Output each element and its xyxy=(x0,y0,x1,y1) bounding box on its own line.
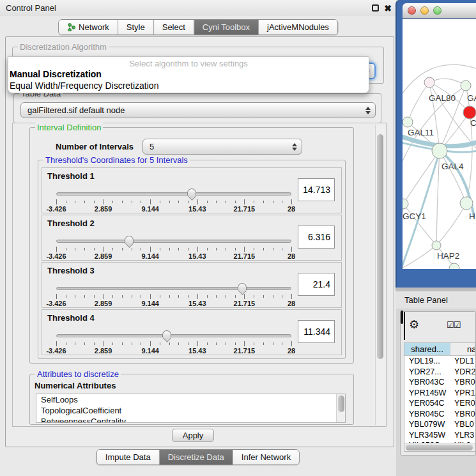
threshold-value-field[interactable]: 6.316 xyxy=(298,226,335,249)
network-edge[interactable] xyxy=(403,151,440,204)
settings-scrollbar[interactable] xyxy=(375,125,385,425)
table-data-combobox[interactable]: galFiltered.sif default node xyxy=(20,102,376,118)
checkboxes-icon[interactable]: ☑☑ xyxy=(447,320,460,330)
apply-button[interactable]: Apply xyxy=(172,429,214,442)
tick-mark xyxy=(207,342,208,345)
list-item[interactable]: BetweennessCentrality xyxy=(36,416,345,423)
node-table[interactable]: shared...na YDL19...YDL1YDR27...YDR2YBR0… xyxy=(404,342,475,452)
close-traffic-light-icon[interactable] xyxy=(408,6,416,15)
network-edge[interactable] xyxy=(403,204,436,245)
popup-item-manual-discretization[interactable]: Manual Discretization xyxy=(8,68,369,80)
table-row[interactable]: YBL079WYBL0 xyxy=(404,419,475,430)
slider-track[interactable] xyxy=(56,287,291,290)
network-node[interactable] xyxy=(403,117,413,127)
slider-handle[interactable] xyxy=(162,330,171,338)
tick-mark xyxy=(235,295,236,298)
slider-track[interactable] xyxy=(56,240,291,243)
tick-mark xyxy=(244,247,245,252)
network-node[interactable] xyxy=(424,77,434,88)
network-node[interactable] xyxy=(432,143,447,158)
scrollbar-thumb[interactable] xyxy=(377,134,383,359)
float-window-icon[interactable] xyxy=(372,4,379,12)
close-icon[interactable]: ✖ xyxy=(384,2,392,15)
tab-cyni-toolbox[interactable]: Cyni Toolbox xyxy=(194,20,258,35)
tick-mark xyxy=(178,295,179,298)
slider-scale: -3.4262.8599.14415.4321.71528 xyxy=(56,205,291,213)
tick-mark xyxy=(122,248,123,250)
number-of-intervals-label: Number of Intervals xyxy=(56,142,134,151)
tick-mark xyxy=(169,295,170,298)
minimize-traffic-light-icon[interactable] xyxy=(420,6,429,15)
scale-label: 21.715 xyxy=(234,300,256,307)
network-edge[interactable] xyxy=(408,82,429,122)
network-node[interactable] xyxy=(449,263,459,269)
network-node[interactable] xyxy=(403,199,408,209)
threshold-slider[interactable]: -3.4262.8599.14415.4321.71528 xyxy=(56,188,291,213)
thresholds-stack: Threshold 1-3.4262.8599.14415.4321.71528… xyxy=(42,167,342,357)
network-edge[interactable] xyxy=(436,151,440,245)
network-canvas[interactable]: GAL80GACGAL11GAL4GCY1HHAP2 xyxy=(403,19,476,269)
control-panel-window: Control Panel ✖ NetworkStyleSelectCyni T… xyxy=(0,0,396,476)
table-row[interactable]: YBR045CYBR0 xyxy=(404,409,475,420)
tick-mark xyxy=(282,295,282,298)
table-cell: YPR1 xyxy=(450,388,475,399)
threshold-value-field[interactable]: 14.713 xyxy=(298,178,335,201)
network-window-titlebar xyxy=(403,3,476,19)
network-node[interactable] xyxy=(461,81,471,91)
slider-handle[interactable] xyxy=(238,283,247,291)
threshold-slider[interactable]: -3.4262.8599.14415.4321.71528 xyxy=(56,283,291,307)
threshold-slider[interactable]: -3.4262.8599.14415.4321.71528 xyxy=(56,236,291,260)
node-label: H xyxy=(469,211,475,221)
tab-discretize-data[interactable]: Discretize Data xyxy=(159,450,233,464)
table-row[interactable]: YDR27...YDR2 xyxy=(404,367,475,378)
network-edge[interactable] xyxy=(436,203,466,245)
zoom-traffic-light-icon[interactable] xyxy=(433,6,441,15)
table-row[interactable]: YDL19...YDL1 xyxy=(404,356,475,367)
tick-mark xyxy=(291,199,292,204)
network-node[interactable] xyxy=(432,241,441,250)
tab-jactivemnodules[interactable]: jActiveMNodules xyxy=(258,20,337,35)
group-title: Discretization Algorithm xyxy=(18,42,109,52)
slider-handle[interactable] xyxy=(187,188,196,196)
table-row[interactable]: YER054CYER0 xyxy=(404,398,475,409)
threshold-slider[interactable]: -3.4262.8599.14415.4321.71528 xyxy=(56,330,291,355)
scale-label: 21.715 xyxy=(234,205,256,213)
list-item[interactable]: SelfLoops xyxy=(36,394,345,405)
threshold-value-field[interactable]: 11.344 xyxy=(298,320,335,343)
table-cell: YDR27... xyxy=(404,367,450,378)
tick-mark xyxy=(104,199,104,204)
tick-mark xyxy=(56,199,57,204)
tab-impute-data[interactable]: Impute Data xyxy=(97,450,159,464)
tick-mark xyxy=(244,341,245,346)
slider-handle[interactable] xyxy=(125,236,134,243)
gear-icon[interactable]: ⚙ xyxy=(409,318,419,331)
numerical-attributes-list[interactable]: SelfLoopsTopologicalCoefficientBetweenne… xyxy=(36,394,346,423)
table-row[interactable]: YBR043CYBR0 xyxy=(404,377,475,388)
list-scrollbar[interactable] xyxy=(336,394,345,422)
network-node[interactable] xyxy=(463,106,476,119)
scrollbar-thumb[interactable] xyxy=(338,395,344,412)
popup-item-equal-width-frequency-discretization[interactable]: Equal Width/Frequency Discretization xyxy=(8,80,369,91)
network-edge[interactable] xyxy=(429,79,466,86)
slider-track[interactable] xyxy=(56,192,291,196)
tab-style[interactable]: Style xyxy=(118,20,153,35)
column-header-shared-[interactable]: shared... xyxy=(404,343,450,356)
tab-select[interactable]: Select xyxy=(153,20,194,35)
scale-label: 21.715 xyxy=(234,252,256,260)
slider-track[interactable] xyxy=(56,334,291,337)
table-row[interactable]: YLR345WYLR3 xyxy=(404,430,475,441)
list-item[interactable]: TopologicalCoefficient xyxy=(36,405,345,416)
scale-label: 15.43 xyxy=(188,252,206,260)
network-node[interactable] xyxy=(460,197,473,210)
column-header-na[interactable]: na xyxy=(450,343,475,356)
control-panel-titlebar: Control Panel ✖ xyxy=(0,0,396,16)
tab-network[interactable]: Network xyxy=(59,20,118,35)
table-row[interactable]: YPR145WYPR1 xyxy=(404,388,475,399)
number-of-intervals-combobox[interactable]: 5 xyxy=(142,139,302,155)
table-hscrollbar[interactable] xyxy=(404,443,475,451)
tab-infer-network[interactable]: Infer Network xyxy=(233,450,299,464)
threshold-value-field[interactable]: 21.4 xyxy=(298,273,335,296)
columns-icon[interactable] xyxy=(401,311,403,324)
network-edge[interactable] xyxy=(403,204,403,249)
scrollbar-thumb[interactable] xyxy=(406,445,473,450)
